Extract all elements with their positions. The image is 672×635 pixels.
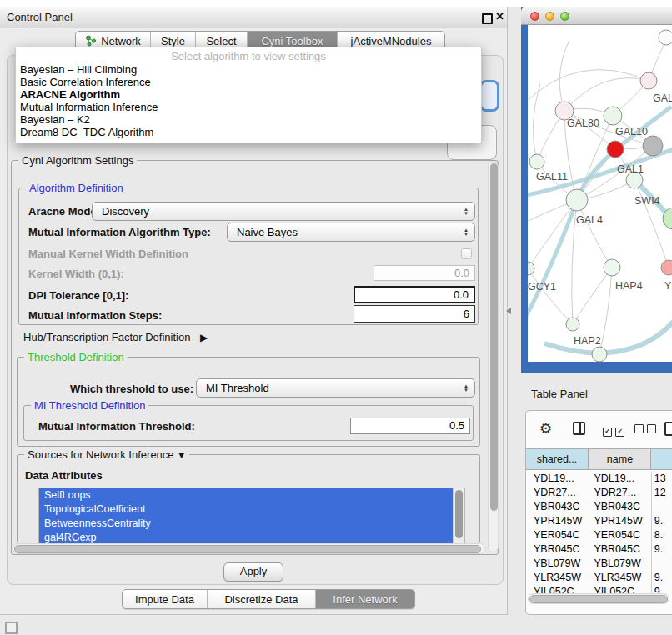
table-panel-title: Table Panel [531,388,588,400]
stepper-arrows-icon: ▲▼ [464,208,469,216]
dropdown-item[interactable]: Basic Correlation Inference [16,76,481,88]
mi-threshold-group-title: MI Threshold Definition [31,399,148,412]
node-GAL11[interactable] [529,154,544,169]
node-label: GAL11 [536,171,568,182]
table-row[interactable]: YDL19... YDL19... 13 [526,472,672,486]
table-row[interactable]: YBL079W YBL079W [526,557,672,571]
column-layout-icon[interactable] [573,422,585,435]
which-threshold-combobox[interactable]: MI Threshold ▲▼ [196,378,475,398]
node-Y-partial[interactable] [661,260,672,275]
close-traffic-light-icon[interactable] [530,12,539,21]
node-label: GAL10 [615,126,648,138]
settings-horizontal-scrollbar[interactable] [13,543,486,554]
settings-vertical-scrollbar[interactable] [488,161,499,552]
zoom-traffic-light-icon[interactable] [560,12,569,21]
mi-steps-field[interactable]: 6 [354,305,475,322]
dpi-tolerance-label: DPI Tolerance [0,1]: [28,289,128,302]
kernel-width-field[interactable]: 0.0 [374,265,475,281]
apply-button[interactable]: Apply [223,562,283,582]
mi-type-combobox[interactable]: Naive Bayes ▲▼ [227,222,475,242]
node-bottom-partial[interactable] [592,347,607,362]
collapse-down-icon[interactable]: ▼ [177,450,186,460]
minimize-traffic-light-icon[interactable] [545,12,554,21]
list-item-selected[interactable]: SelfLoops [39,488,455,502]
mi-threshold-field[interactable]: 0.5 [350,418,470,434]
stepper-arrows-icon: ▲▼ [464,228,469,237]
node-GAL10[interactable] [604,107,622,125]
settings-gear-icon[interactable]: ⚙ [539,422,552,436]
select-all-checkboxes-icon[interactable]: ✓ ✓ [603,422,624,437]
node-GAL4[interactable] [566,189,588,211]
column-header-shared-name[interactable]: shared... [526,448,589,470]
settings-vertical-scrollbar-thumb[interactable] [490,163,498,511]
mi-threshold-label: Mutual Information Threshold: [38,420,195,432]
list-item-selected[interactable]: TopologicalCoefficient [39,502,455,517]
column-header-name[interactable]: name [589,448,651,470]
close-icon[interactable]: ✕ [495,10,504,22]
sources-group-title: Sources for Network Inference ▼ [24,448,189,462]
table-row[interactable]: YLR345W YLR345W 9. [526,571,672,585]
float-window-icon[interactable] [482,13,493,24]
table-row[interactable]: YBR045C YBR045C 9. [526,542,672,557]
node-unlabeled[interactable] [659,30,672,45]
splitter-arrow-icon[interactable] [506,308,511,314]
deselect-all-checkboxes-icon[interactable] [634,422,656,437]
aracne-mode-label: Aracne Mode: [28,205,100,218]
dropdown-item[interactable]: Mutual Information Inference [16,101,481,113]
node-label: GAL1 [617,163,644,175]
node-gray[interactable] [643,136,663,156]
data-attributes-list[interactable]: SelfLoops TopologicalCoefficient Between… [38,488,465,544]
stepper-arrows-icon: ▲▼ [464,384,469,392]
kernel-width-label: Kernel Width (0,1): [28,268,124,280]
node-GAL1[interactable] [607,141,624,158]
dpi-tolerance-field[interactable]: 0.0 [354,286,475,303]
node-label: GCY1 [528,281,556,292]
dropdown-item-selected[interactable]: ARACNE Algorithm [16,88,481,101]
table-row[interactable]: YBR043C YBR043C [526,500,672,514]
settings-horizontal-scrollbar-thumb[interactable] [14,545,481,553]
table-horizontal-scrollbar[interactable] [528,593,669,604]
control-panel-title: Control Panel [7,11,73,23]
list-vertical-scrollbar-thumb[interactable] [455,490,463,538]
tab-discretize-data[interactable]: Discretize Data [208,590,316,608]
panel-grid-icon[interactable] [5,622,18,634]
network-window-titlebar [521,7,672,25]
tab-infer-network[interactable]: Infer Network [316,590,414,608]
dropdown-item[interactable]: Bayesian – K2 [16,113,481,126]
node-HAP2[interactable] [566,318,579,331]
aracne-mode-combobox[interactable]: Discovery ▲▼ [92,202,475,221]
screen: Control Panel ✕ Network Style Select [0,0,672,635]
table-horizontal-scrollbar-thumb[interactable] [529,595,668,603]
manual-kernel-checkbox[interactable] [461,248,472,259]
tab-impute-data[interactable]: Impute Data [123,590,208,608]
node-table: YDL19... YDL19... 13 YDR27... YDR27... 1… [526,472,672,599]
tab-network-label: Network [101,35,141,48]
expand-right-icon[interactable]: ▶ [200,332,208,343]
table-row[interactable]: YDR27... YDR27... 12 [526,486,672,500]
algorithm-definition-title: Algorithm Definition [26,182,127,194]
column-divider [651,472,652,593]
dropdown-placeholder: Select algorithm to view settings [16,50,481,63]
column-header-partial[interactable] [651,448,672,470]
data-attributes-label: Data Attributes [25,469,103,482]
dropdown-item[interactable]: Bayesian – Hill Climbing [16,63,481,76]
control-panel-titlebar: Control Panel ✕ [0,8,507,28]
network-canvas[interactable]: GAL GAL80 GAL10 GAL1 SWI4 GAL11 GAL4 GCY… [528,25,672,362]
hub-definition-toggle[interactable]: Hub/Transcription Factor Definition ▶ [23,331,208,343]
node-label: GAL [653,92,672,104]
list-item-selected[interactable]: BetweennessCentrality [39,517,455,531]
table-row[interactable]: YER054C YER054C 8. [526,528,672,542]
mi-steps-label: Mutual Information Steps: [28,309,162,322]
node-gal-partial[interactable] [640,72,657,89]
node-HAP4[interactable] [604,259,620,276]
new-table-icon[interactable] [664,422,672,436]
which-threshold-label: Which threshold to use: [70,382,193,395]
dropdown-item[interactable]: Dream8 DC_TDC Algorithm [16,126,481,138]
list-vertical-scrollbar[interactable] [453,488,464,543]
cyni-bottom-tabbar: Impute Data Discretize Data Infer Networ… [122,589,415,609]
node-GCY1[interactable] [528,262,534,275]
node-label: Y [664,280,672,292]
table-row[interactable]: YPR145W YPR145W 9. [526,514,672,528]
column-divider [589,472,589,593]
list-item-selected[interactable]: gal4RGexp [39,531,455,544]
